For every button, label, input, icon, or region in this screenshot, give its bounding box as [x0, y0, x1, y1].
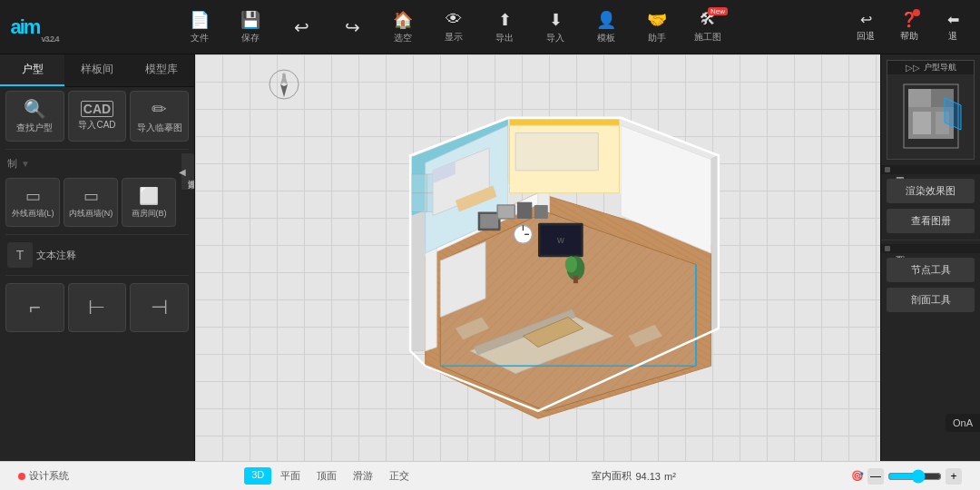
- sidebar-tabs: 户型 样板间 模型库: [0, 54, 194, 87]
- view-tab-3d[interactable]: 3D: [244, 467, 271, 485]
- toolbar-export[interactable]: ⬆ 导出: [481, 4, 528, 51]
- new-badge: New: [708, 7, 728, 15]
- app-logo: aim v3.2.4: [7, 9, 62, 45]
- zoom-icon: 🎯: [851, 470, 864, 482]
- redo-icon: ↪: [345, 16, 360, 38]
- toolbar-select-label: 选空: [394, 32, 412, 44]
- section-tools-button[interactable]: 剖面工具: [887, 288, 975, 312]
- toolbar-file[interactable]: 📄 文件: [176, 4, 223, 51]
- divider-3: [5, 275, 189, 276]
- bottom-icons-grid: ⌐ ⊢ ⊣: [0, 279, 194, 336]
- toolbar-exit-label: 退: [948, 30, 957, 43]
- svg-rect-59: [913, 112, 931, 134]
- export-icon: ⬆: [498, 10, 512, 30]
- sidebar-room[interactable]: ⬜ 画房间(B): [122, 178, 176, 227]
- file-icon: 📄: [190, 10, 210, 30]
- view-tab-flat[interactable]: 平面: [273, 467, 308, 485]
- minimap-content: [899, 80, 963, 152]
- node-tools-button[interactable]: 节点工具: [887, 258, 975, 282]
- design-system: 设计系统: [18, 469, 69, 483]
- room-label: 画房间(B): [132, 208, 167, 220]
- toolbar-items: 📄 文件 💾 保存 ↩ ↪ 🏠 选空 👁 显示 ⬆ 导出 ⬇ 导入: [62, 4, 846, 51]
- right-panel: ▷▷ 户型导航 效果图 渲染效果图 查看图册: [880, 54, 980, 461]
- toolbar-select[interactable]: 🏠 选空: [379, 4, 426, 51]
- toolbar-helper-label: 助手: [648, 32, 666, 44]
- bottom-icon-3: ⊣: [151, 296, 168, 319]
- toolbar-help-label: 帮助: [900, 30, 918, 43]
- outer-wall-label: 外线画墙(L): [12, 208, 54, 220]
- toolbar-model[interactable]: 👤 模板: [583, 4, 630, 51]
- zoom-controls: 🎯 — +: [851, 468, 962, 485]
- area-info: 室内面积 94.13 m²: [592, 469, 675, 483]
- room-icon: ⬜: [139, 186, 159, 206]
- view-album-button[interactable]: 查看图册: [887, 209, 975, 233]
- sidebar-content: 🔍 查找户型 CAD 导入CAD ✏ 导入临摹图 制 ▼: [0, 87, 194, 461]
- toolbar-redo[interactable]: ↪: [328, 4, 376, 51]
- sidebar-outer-wall[interactable]: ▭ 外线画墙(L): [5, 178, 60, 227]
- import-icon: ⬇: [549, 10, 563, 30]
- zoom-slider[interactable]: [887, 469, 942, 484]
- toolbar-helper[interactable]: 🤝 助手: [633, 4, 681, 51]
- svg-rect-44: [498, 206, 514, 218]
- sidebar-import-cad[interactable]: CAD 导入CAD: [68, 91, 127, 142]
- svg-rect-45: [516, 202, 532, 219]
- inner-wall-icon: ▭: [83, 186, 99, 206]
- wall-section-collapse[interactable]: ◀ 方案设计: [181, 153, 194, 190]
- outer-wall-icon: ▭: [25, 186, 41, 206]
- view-tab-ortho[interactable]: 正交: [382, 467, 416, 485]
- main-area: 户型 样板间 模型库 🔍 查找户型 CAD 导入CAD ✏ 导入临摹图: [0, 54, 980, 461]
- toolbar-tools[interactable]: 🛠 施工图 New: [684, 4, 731, 51]
- toolbar-exit[interactable]: ⬅ 退: [933, 4, 973, 51]
- toolbar-right: ↩ 回退 ❓ 帮助 ⬅ 退: [846, 4, 973, 51]
- toolbar-undo[interactable]: ↩: [278, 4, 325, 51]
- view-tab-swim[interactable]: 滑游: [346, 467, 380, 485]
- toolbar-display[interactable]: 👁 显示: [430, 4, 477, 51]
- floorplan-container: W: [240, 73, 835, 434]
- sidebar-bottom-item-1[interactable]: ⌐: [5, 283, 64, 332]
- text-note-icon: T: [7, 242, 33, 268]
- import-cad-icon: CAD: [81, 101, 113, 117]
- sidebar-search-hutype[interactable]: 🔍 查找户型: [5, 91, 64, 142]
- sidebar-bottom-item-3[interactable]: ⊣: [130, 283, 189, 332]
- import-sketch-icon: ✏: [152, 98, 167, 120]
- sidebar-inner-wall[interactable]: ▭ 内线画墙(N): [64, 178, 118, 227]
- toolbar-help[interactable]: ❓ 帮助: [889, 4, 929, 51]
- minimap: ▷▷ 户型导航: [887, 60, 975, 160]
- render-button[interactable]: 渲染效果图: [887, 179, 975, 203]
- zoom-plus-button[interactable]: +: [946, 468, 962, 485]
- zoom-minus-button[interactable]: —: [867, 468, 884, 485]
- svg-rect-56: [908, 89, 931, 107]
- sidebar-bottom-item-2[interactable]: ⊢: [68, 283, 127, 332]
- toolbar-import[interactable]: ⬇ 导入: [532, 4, 579, 51]
- search-hutype-icon: 🔍: [24, 98, 46, 120]
- toolbar-import-label: 导入: [546, 32, 564, 44]
- effects-section-header: 效果图: [881, 165, 980, 174]
- bottom-icon-1: ⌐: [29, 296, 41, 319]
- sidebar-tab-sample[interactable]: 样板间: [64, 54, 129, 86]
- sidebar-import-sketch[interactable]: ✏ 导入临摹图: [130, 91, 189, 142]
- view-tab-top[interactable]: 顶面: [309, 467, 344, 485]
- help-icon: ❓: [900, 11, 918, 28]
- search-hutype-label: 查找户型: [16, 122, 53, 134]
- toolbar: aim v3.2.4 📄 文件 💾 保存 ↩ ↪ 🏠 选空 👁 显示 ⬆ 导出: [0, 0, 980, 54]
- text-note-section: T 文本注释: [0, 239, 194, 271]
- sidebar-top-grid: 🔍 查找户型 CAD 导入CAD ✏ 导入临摹图: [0, 87, 194, 145]
- toolbar-model-label: 模板: [597, 32, 615, 44]
- save-icon: 💾: [240, 10, 260, 30]
- svg-rect-31: [480, 214, 498, 229]
- area-unit: m²: [664, 471, 676, 482]
- right-divider: [881, 240, 980, 240]
- sidebar-tab-hutype[interactable]: 户型: [0, 54, 64, 86]
- sidebar-tab-model[interactable]: 模型库: [130, 54, 194, 86]
- toolbar-back[interactable]: ↩ 回退: [846, 4, 886, 51]
- svg-point-33: [564, 256, 576, 272]
- viewport[interactable]: N: [195, 54, 880, 461]
- select-icon: 🏠: [393, 10, 413, 30]
- sidebar: 户型 样板间 模型库 🔍 查找户型 CAD 导入CAD ✏ 导入临摹图: [0, 54, 195, 461]
- tools-section-header: 节点剖面: [881, 244, 980, 253]
- toolbar-save-label: 保存: [241, 32, 260, 44]
- display-icon: 👁: [446, 10, 462, 29]
- toolbar-save[interactable]: 💾 保存: [227, 4, 274, 51]
- view-tabs: 3D 平面 顶面 滑游 正交: [244, 467, 416, 485]
- design-system-dot: [18, 473, 25, 480]
